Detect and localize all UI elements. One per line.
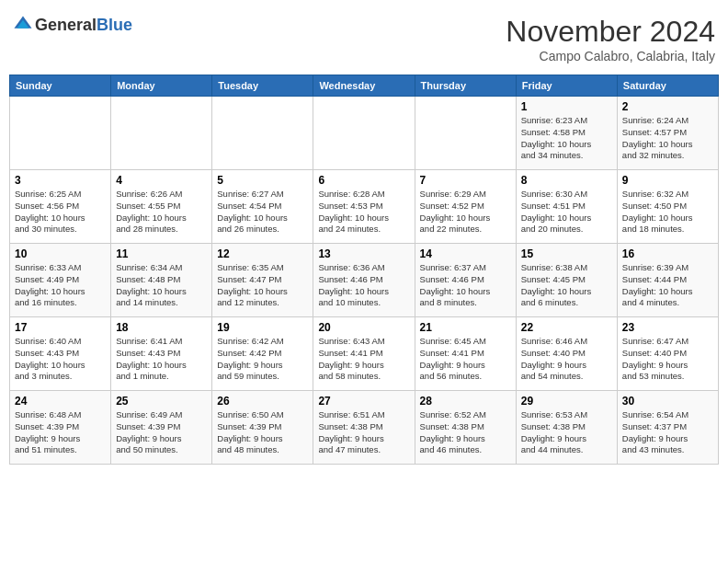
day-info: Sunrise: 6:41 AMSunset: 4:43 PMDaylight:… [116,336,207,383]
day-of-week-header: Friday [516,75,617,97]
day-info: Sunrise: 6:30 AMSunset: 4:51 PMDaylight:… [521,189,612,236]
day-number: 8 [521,174,612,187]
day-number: 19 [217,321,308,334]
calendar-cell: 1Sunrise: 6:23 AMSunset: 4:58 PMDaylight… [516,97,617,170]
day-info: Sunrise: 6:28 AMSunset: 4:53 PMDaylight:… [318,189,409,236]
calendar-cell: 8Sunrise: 6:30 AMSunset: 4:51 PMDaylight… [516,170,617,244]
day-number: 26 [217,395,308,408]
day-number: 13 [318,247,409,260]
calendar-cell [111,97,212,170]
calendar-cell: 4Sunrise: 6:26 AMSunset: 4:55 PMDaylight… [111,170,212,244]
day-info: Sunrise: 6:33 AMSunset: 4:49 PMDaylight:… [15,262,106,309]
day-of-week-header: Thursday [415,75,516,97]
day-info: Sunrise: 6:35 AMSunset: 4:47 PMDaylight:… [217,262,308,309]
day-number: 4 [116,174,207,187]
calendar-cell: 16Sunrise: 6:39 AMSunset: 4:44 PMDayligh… [617,244,718,317]
day-info: Sunrise: 6:49 AMSunset: 4:39 PMDaylight:… [116,409,207,456]
day-info: Sunrise: 6:46 AMSunset: 4:40 PMDaylight:… [521,336,612,383]
calendar-week-row: 3Sunrise: 6:25 AMSunset: 4:56 PMDaylight… [10,170,719,244]
day-number: 5 [217,174,308,187]
day-number: 27 [318,395,409,408]
calendar-header-row: SundayMondayTuesdayWednesdayThursdayFrid… [10,75,719,97]
day-info: Sunrise: 6:34 AMSunset: 4:48 PMDaylight:… [116,262,207,309]
calendar-cell: 5Sunrise: 6:27 AMSunset: 4:54 PMDaylight… [212,170,313,244]
calendar-cell: 26Sunrise: 6:50 AMSunset: 4:39 PMDayligh… [212,391,313,465]
calendar-body: 1Sunrise: 6:23 AMSunset: 4:58 PMDaylight… [10,97,719,465]
day-info: Sunrise: 6:48 AMSunset: 4:39 PMDaylight:… [15,409,106,456]
calendar-cell: 24Sunrise: 6:48 AMSunset: 4:39 PMDayligh… [10,391,111,465]
calendar-cell: 15Sunrise: 6:38 AMSunset: 4:45 PMDayligh… [516,244,617,317]
day-info: Sunrise: 6:52 AMSunset: 4:38 PMDaylight:… [420,409,511,456]
day-info: Sunrise: 6:54 AMSunset: 4:37 PMDaylight:… [622,409,713,456]
calendar-cell [313,97,415,170]
calendar-cell: 9Sunrise: 6:32 AMSunset: 4:50 PMDaylight… [617,170,718,244]
day-number: 11 [116,247,207,260]
day-info: Sunrise: 6:40 AMSunset: 4:43 PMDaylight:… [15,336,106,383]
logo-general: General [35,16,97,34]
day-info: Sunrise: 6:23 AMSunset: 4:58 PMDaylight:… [521,115,612,162]
day-number: 1 [521,100,612,113]
calendar-cell: 13Sunrise: 6:36 AMSunset: 4:46 PMDayligh… [313,244,415,317]
day-number: 18 [116,321,207,334]
day-number: 10 [15,247,106,260]
day-of-week-header: Wednesday [313,75,415,97]
calendar-week-row: 1Sunrise: 6:23 AMSunset: 4:58 PMDaylight… [10,97,719,170]
logo: GeneralBlue [13,15,132,35]
day-of-week-header: Saturday [617,75,718,97]
day-number: 15 [521,247,612,260]
day-info: Sunrise: 6:25 AMSunset: 4:56 PMDaylight:… [15,189,106,236]
day-info: Sunrise: 6:53 AMSunset: 4:38 PMDaylight:… [521,409,612,456]
day-info: Sunrise: 6:42 AMSunset: 4:42 PMDaylight:… [217,336,308,383]
day-of-week-header: Tuesday [212,75,313,97]
logo-blue: Blue [97,16,132,34]
day-info: Sunrise: 6:43 AMSunset: 4:41 PMDaylight:… [318,336,409,383]
day-number: 2 [622,100,713,113]
day-number: 25 [116,395,207,408]
calendar-cell: 2Sunrise: 6:24 AMSunset: 4:57 PMDaylight… [617,97,718,170]
day-number: 23 [622,321,713,334]
day-info: Sunrise: 6:50 AMSunset: 4:39 PMDaylight:… [217,409,308,456]
calendar-cell [212,97,313,170]
calendar-cell: 17Sunrise: 6:40 AMSunset: 4:43 PMDayligh… [10,317,111,391]
day-info: Sunrise: 6:39 AMSunset: 4:44 PMDaylight:… [622,262,713,309]
day-number: 6 [318,174,409,187]
calendar-cell: 28Sunrise: 6:52 AMSunset: 4:38 PMDayligh… [415,391,516,465]
location-title: Campo Calabro, Calabria, Italy [506,49,715,63]
calendar-cell: 12Sunrise: 6:35 AMSunset: 4:47 PMDayligh… [212,244,313,317]
day-number: 3 [15,174,106,187]
calendar-cell: 19Sunrise: 6:42 AMSunset: 4:42 PMDayligh… [212,317,313,391]
title-area: November 2024 Campo Calabro, Calabria, I… [506,15,715,63]
calendar-cell: 6Sunrise: 6:28 AMSunset: 4:53 PMDaylight… [313,170,415,244]
calendar-cell: 29Sunrise: 6:53 AMSunset: 4:38 PMDayligh… [516,391,617,465]
day-info: Sunrise: 6:32 AMSunset: 4:50 PMDaylight:… [622,189,713,236]
logo-icon [13,15,33,35]
day-of-week-header: Monday [111,75,212,97]
calendar-cell: 20Sunrise: 6:43 AMSunset: 4:41 PMDayligh… [313,317,415,391]
day-number: 21 [420,321,511,334]
calendar-cell: 27Sunrise: 6:51 AMSunset: 4:38 PMDayligh… [313,391,415,465]
day-number: 14 [420,247,511,260]
day-info: Sunrise: 6:37 AMSunset: 4:46 PMDaylight:… [420,262,511,309]
day-number: 17 [15,321,106,334]
month-title: November 2024 [506,15,715,49]
day-number: 7 [420,174,511,187]
day-number: 24 [15,395,106,408]
day-number: 20 [318,321,409,334]
day-info: Sunrise: 6:24 AMSunset: 4:57 PMDaylight:… [622,115,713,162]
calendar-week-row: 17Sunrise: 6:40 AMSunset: 4:43 PMDayligh… [10,317,719,391]
calendar-cell: 30Sunrise: 6:54 AMSunset: 4:37 PMDayligh… [617,391,718,465]
calendar-cell: 23Sunrise: 6:47 AMSunset: 4:40 PMDayligh… [617,317,718,391]
calendar-cell: 3Sunrise: 6:25 AMSunset: 4:56 PMDaylight… [10,170,111,244]
calendar-cell [10,97,111,170]
day-of-week-header: Sunday [10,75,111,97]
day-info: Sunrise: 6:29 AMSunset: 4:52 PMDaylight:… [420,189,511,236]
calendar-cell: 11Sunrise: 6:34 AMSunset: 4:48 PMDayligh… [111,244,212,317]
calendar-cell: 14Sunrise: 6:37 AMSunset: 4:46 PMDayligh… [415,244,516,317]
calendar-cell: 7Sunrise: 6:29 AMSunset: 4:52 PMDaylight… [415,170,516,244]
day-info: Sunrise: 6:45 AMSunset: 4:41 PMDaylight:… [420,336,511,383]
calendar-week-row: 24Sunrise: 6:48 AMSunset: 4:39 PMDayligh… [10,391,719,465]
day-number: 16 [622,247,713,260]
day-number: 29 [521,395,612,408]
day-number: 30 [622,395,713,408]
day-info: Sunrise: 6:51 AMSunset: 4:38 PMDaylight:… [318,409,409,456]
